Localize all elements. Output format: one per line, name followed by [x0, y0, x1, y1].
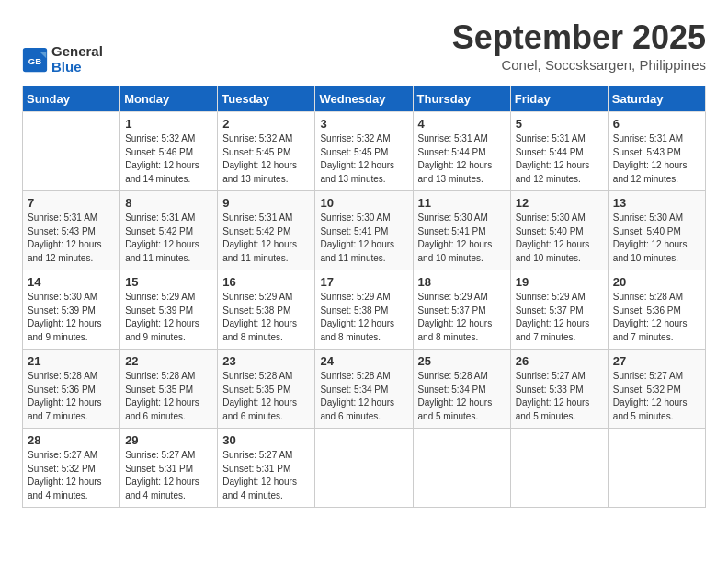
table-row: 5Sunrise: 5:31 AMSunset: 5:44 PMDaylight… — [510, 112, 608, 191]
col-header-saturday: Saturday — [608, 86, 705, 112]
logo-blue: Blue — [51, 60, 103, 75]
table-row — [315, 429, 413, 508]
col-header-friday: Friday — [510, 86, 608, 112]
day-info: Sunrise: 5:28 AMSunset: 5:34 PMDaylight:… — [418, 370, 506, 423]
table-row — [23, 112, 120, 191]
day-info: Sunrise: 5:32 AMSunset: 5:46 PMDaylight:… — [125, 132, 212, 186]
table-row: 9Sunrise: 5:31 AMSunset: 5:42 PMDaylight… — [218, 191, 315, 270]
table-row: 2Sunrise: 5:32 AMSunset: 5:45 PMDaylight… — [218, 112, 315, 191]
day-number: 3 — [320, 117, 407, 131]
table-row: 3Sunrise: 5:32 AMSunset: 5:45 PMDaylight… — [315, 112, 413, 191]
table-row: 27Sunrise: 5:27 AMSunset: 5:32 PMDayligh… — [608, 350, 705, 429]
col-header-thursday: Thursday — [413, 86, 510, 112]
day-info: Sunrise: 5:31 AMSunset: 5:43 PMDaylight:… — [28, 212, 115, 265]
day-number: 9 — [222, 196, 310, 210]
table-row: 8Sunrise: 5:31 AMSunset: 5:42 PMDaylight… — [120, 191, 218, 270]
day-number: 4 — [418, 117, 506, 131]
day-number: 24 — [320, 354, 407, 368]
day-number: 27 — [613, 354, 700, 368]
day-number: 14 — [28, 275, 115, 289]
table-row: 15Sunrise: 5:29 AMSunset: 5:39 PMDayligh… — [120, 270, 218, 350]
title-section: September 2025 Conel, Soccsksargen, Phil… — [452, 18, 706, 73]
day-number: 13 — [613, 196, 700, 210]
day-info: Sunrise: 5:31 AMSunset: 5:44 PMDaylight:… — [516, 132, 603, 186]
day-info: Sunrise: 5:31 AMSunset: 5:42 PMDaylight:… — [222, 212, 310, 265]
table-row: 28Sunrise: 5:27 AMSunset: 5:32 PMDayligh… — [23, 429, 120, 508]
day-info: Sunrise: 5:31 AMSunset: 5:44 PMDaylight:… — [418, 132, 506, 186]
day-info: Sunrise: 5:31 AMSunset: 5:43 PMDaylight:… — [613, 132, 700, 186]
day-number: 19 — [516, 275, 603, 289]
table-row: 11Sunrise: 5:30 AMSunset: 5:41 PMDayligh… — [413, 191, 510, 270]
day-info: Sunrise: 5:28 AMSunset: 5:34 PMDaylight:… — [320, 370, 407, 423]
calendar-subtitle: Conel, Soccsksargen, Philippines — [452, 57, 706, 73]
table-row: 26Sunrise: 5:27 AMSunset: 5:33 PMDayligh… — [510, 350, 608, 429]
col-header-sunday: Sunday — [23, 86, 120, 112]
day-info: Sunrise: 5:30 AMSunset: 5:40 PMDaylight:… — [613, 212, 700, 265]
day-number: 18 — [418, 275, 506, 289]
day-number: 1 — [125, 117, 212, 131]
day-info: Sunrise: 5:32 AMSunset: 5:45 PMDaylight:… — [320, 132, 407, 186]
day-info: Sunrise: 5:32 AMSunset: 5:45 PMDaylight:… — [222, 132, 310, 186]
day-number: 28 — [28, 433, 115, 447]
table-row: 16Sunrise: 5:29 AMSunset: 5:38 PMDayligh… — [218, 270, 315, 350]
day-info: Sunrise: 5:27 AMSunset: 5:31 PMDaylight:… — [222, 449, 310, 502]
table-row — [608, 429, 705, 508]
day-number: 26 — [516, 354, 603, 368]
table-row: 7Sunrise: 5:31 AMSunset: 5:43 PMDaylight… — [23, 191, 120, 270]
day-info: Sunrise: 5:28 AMSunset: 5:36 PMDaylight:… — [613, 291, 700, 344]
table-row — [413, 429, 510, 508]
day-number: 20 — [613, 275, 700, 289]
day-number: 5 — [516, 117, 603, 131]
day-number: 23 — [222, 354, 310, 368]
calendar-table: SundayMondayTuesdayWednesdayThursdayFrid… — [22, 86, 706, 508]
day-number: 22 — [125, 354, 212, 368]
day-info: Sunrise: 5:28 AMSunset: 5:35 PMDaylight:… — [222, 370, 310, 423]
table-row: 23Sunrise: 5:28 AMSunset: 5:35 PMDayligh… — [218, 350, 315, 429]
day-number: 8 — [125, 196, 212, 210]
day-info: Sunrise: 5:27 AMSunset: 5:32 PMDaylight:… — [28, 449, 115, 502]
day-number: 7 — [28, 196, 115, 210]
day-info: Sunrise: 5:28 AMSunset: 5:35 PMDaylight:… — [125, 370, 212, 423]
day-info: Sunrise: 5:30 AMSunset: 5:41 PMDaylight:… — [418, 212, 506, 265]
table-row: 10Sunrise: 5:30 AMSunset: 5:41 PMDayligh… — [315, 191, 413, 270]
table-row: 24Sunrise: 5:28 AMSunset: 5:34 PMDayligh… — [315, 350, 413, 429]
day-number: 17 — [320, 275, 407, 289]
table-row: 13Sunrise: 5:30 AMSunset: 5:40 PMDayligh… — [608, 191, 705, 270]
col-header-tuesday: Tuesday — [218, 86, 315, 112]
logo: GB General Blue — [22, 44, 103, 75]
day-number: 12 — [516, 196, 603, 210]
table-row: 29Sunrise: 5:27 AMSunset: 5:31 PMDayligh… — [120, 429, 218, 508]
day-info: Sunrise: 5:30 AMSunset: 5:41 PMDaylight:… — [320, 212, 407, 265]
day-info: Sunrise: 5:29 AMSunset: 5:37 PMDaylight:… — [516, 291, 603, 344]
col-header-monday: Monday — [120, 86, 218, 112]
day-info: Sunrise: 5:30 AMSunset: 5:40 PMDaylight:… — [516, 212, 603, 265]
table-row: 25Sunrise: 5:28 AMSunset: 5:34 PMDayligh… — [413, 350, 510, 429]
table-row — [510, 429, 608, 508]
day-info: Sunrise: 5:29 AMSunset: 5:38 PMDaylight:… — [222, 291, 310, 344]
day-number: 6 — [613, 117, 700, 131]
day-number: 11 — [418, 196, 506, 210]
table-row: 14Sunrise: 5:30 AMSunset: 5:39 PMDayligh… — [23, 270, 120, 350]
day-info: Sunrise: 5:27 AMSunset: 5:32 PMDaylight:… — [613, 370, 700, 423]
day-number: 15 — [125, 275, 212, 289]
col-header-wednesday: Wednesday — [315, 86, 413, 112]
table-row: 17Sunrise: 5:29 AMSunset: 5:38 PMDayligh… — [315, 270, 413, 350]
day-number: 16 — [222, 275, 310, 289]
day-info: Sunrise: 5:31 AMSunset: 5:42 PMDaylight:… — [125, 212, 212, 265]
day-info: Sunrise: 5:30 AMSunset: 5:39 PMDaylight:… — [28, 291, 115, 344]
table-row: 20Sunrise: 5:28 AMSunset: 5:36 PMDayligh… — [608, 270, 705, 350]
day-number: 21 — [28, 354, 115, 368]
logo-icon: GB — [22, 47, 48, 73]
day-info: Sunrise: 5:27 AMSunset: 5:33 PMDaylight:… — [516, 370, 603, 423]
day-info: Sunrise: 5:27 AMSunset: 5:31 PMDaylight:… — [125, 449, 212, 502]
table-row: 6Sunrise: 5:31 AMSunset: 5:43 PMDaylight… — [608, 112, 705, 191]
table-row: 1Sunrise: 5:32 AMSunset: 5:46 PMDaylight… — [120, 112, 218, 191]
calendar-title: September 2025 — [452, 18, 706, 57]
day-info: Sunrise: 5:29 AMSunset: 5:37 PMDaylight:… — [418, 291, 506, 344]
table-row: 12Sunrise: 5:30 AMSunset: 5:40 PMDayligh… — [510, 191, 608, 270]
day-info: Sunrise: 5:29 AMSunset: 5:39 PMDaylight:… — [125, 291, 212, 344]
svg-text:GB: GB — [28, 56, 41, 66]
day-number: 10 — [320, 196, 407, 210]
day-number: 2 — [222, 117, 310, 131]
table-row: 18Sunrise: 5:29 AMSunset: 5:37 PMDayligh… — [413, 270, 510, 350]
